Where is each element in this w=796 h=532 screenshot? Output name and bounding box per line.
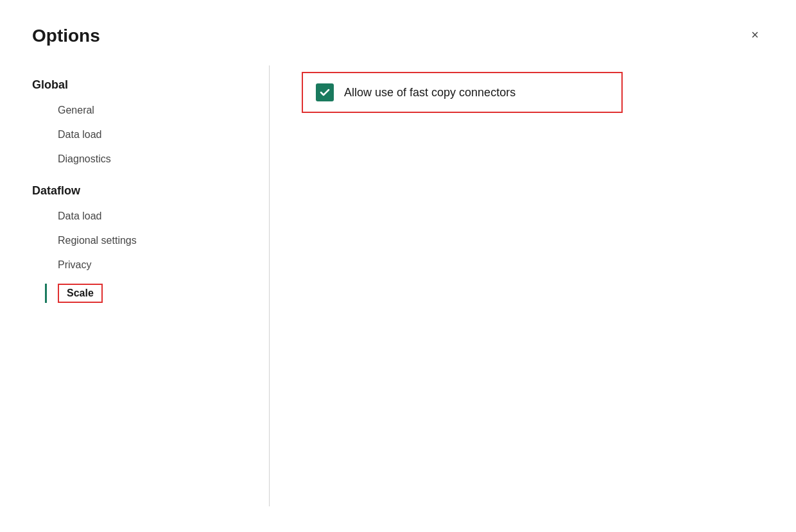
sidebar-section-dataflow: Dataflow	[32, 184, 256, 198]
sidebar-item-privacy[interactable]: Privacy	[32, 253, 256, 277]
checkmark-icon	[319, 87, 331, 98]
sidebar-item-data-load-dataflow[interactable]: Data load	[32, 204, 256, 228]
fast-copy-checkbox[interactable]	[316, 83, 334, 101]
sidebar-item-general[interactable]: General	[32, 98, 256, 123]
sidebar: Global General Data load Diagnostics Dat…	[32, 65, 270, 506]
sidebar-item-regional-settings[interactable]: Regional settings	[32, 228, 256, 253]
option-card-fast-copy[interactable]: Allow use of fast copy connectors	[302, 72, 623, 113]
close-button[interactable]: ×	[746, 26, 764, 44]
options-dialog: Options × Global General Data load Diagn…	[0, 0, 796, 532]
sidebar-section-global: Global	[32, 78, 256, 92]
dialog-title: Options	[32, 26, 100, 46]
active-indicator	[45, 284, 47, 303]
sidebar-item-data-load-global[interactable]: Data load	[32, 123, 256, 147]
fast-copy-label: Allow use of fast copy connectors	[344, 86, 515, 99]
dialog-body: Global General Data load Diagnostics Dat…	[32, 65, 764, 506]
sidebar-active-item-wrapper: Scale	[32, 277, 256, 309]
sidebar-item-diagnostics[interactable]: Diagnostics	[32, 147, 256, 171]
dialog-header: Options ×	[32, 26, 764, 46]
sidebar-item-scale[interactable]: Scale	[58, 284, 103, 303]
content-area: Allow use of fast copy connectors	[270, 65, 764, 506]
